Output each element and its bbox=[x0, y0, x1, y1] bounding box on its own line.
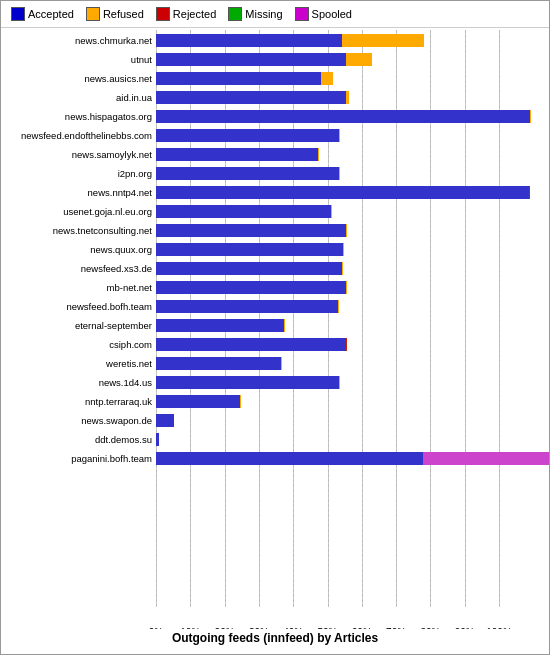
bar-track: 623 bbox=[156, 414, 549, 427]
row-label: usenet.goja.nl.eu.org bbox=[1, 206, 156, 217]
bar-refused bbox=[346, 53, 372, 66]
row-label: news.1d4.us bbox=[1, 377, 156, 388]
bar-accepted bbox=[156, 262, 342, 275]
bars-wrapper: 623 bbox=[156, 414, 549, 427]
legend-label: Missing bbox=[245, 8, 282, 20]
bar-track: 62824 bbox=[156, 376, 549, 389]
bars-wrapper: 557319 bbox=[156, 148, 549, 161]
bar-row: paganini.bofh.team91639163 bbox=[1, 450, 549, 467]
bar-accepted bbox=[156, 357, 281, 370]
row-label: weretis.net bbox=[1, 358, 156, 369]
legend-item-accepted: Accepted bbox=[11, 7, 74, 21]
bar-row: eternal-september43995 bbox=[1, 317, 549, 334]
bar-accepted bbox=[156, 186, 529, 199]
bars-wrapper: 128019 bbox=[156, 186, 549, 199]
x-label-50: 50% bbox=[317, 627, 337, 629]
bar-track: 557319 bbox=[156, 148, 549, 161]
x-label-0: 0% bbox=[149, 627, 163, 629]
row-label: utnut bbox=[1, 54, 156, 65]
bar-accepted bbox=[156, 433, 159, 446]
bar-row: mb-net.net65205 bbox=[1, 279, 549, 296]
bar-accepted bbox=[156, 395, 240, 408]
bar-row: newsfeed.endofthelinebbs.com629221 bbox=[1, 127, 549, 144]
bar-row: csiph.com65265 bbox=[1, 336, 549, 353]
bars-wrapper: 42925 bbox=[156, 357, 549, 370]
legend-color bbox=[228, 7, 242, 21]
legend-label: Spooled bbox=[312, 8, 352, 20]
bars-wrapper: 629012 bbox=[156, 167, 549, 180]
x-label-80: 80% bbox=[420, 627, 440, 629]
bar-row: news.swapon.de623 bbox=[1, 412, 549, 429]
bar-accepted bbox=[156, 129, 339, 142]
bar-track: 62445 bbox=[156, 300, 549, 313]
bar-refused bbox=[339, 129, 340, 142]
bar-row: aid.in.ua6531110 bbox=[1, 89, 549, 106]
bar-rejected bbox=[529, 186, 530, 199]
legend-item-spooled: Spooled bbox=[295, 7, 352, 21]
bar-refused bbox=[342, 34, 424, 47]
legend: AcceptedRefusedRejectedMissingSpooled bbox=[1, 1, 549, 28]
bar-accepted bbox=[156, 338, 346, 351]
bar-refused bbox=[346, 91, 349, 104]
bar-track: 128019 bbox=[156, 186, 549, 199]
bar-track: 1284552 bbox=[156, 110, 549, 123]
bars-wrapper: 60046 bbox=[156, 205, 549, 218]
bars-wrapper: 65275 bbox=[156, 224, 549, 237]
bar-track: 6531110 bbox=[156, 91, 549, 104]
bar-track: 629012 bbox=[156, 167, 549, 180]
bar-track: 5678402 bbox=[156, 72, 549, 85]
bars-wrapper: 43995 bbox=[156, 319, 549, 332]
bar-track: 63935 bbox=[156, 262, 549, 275]
legend-color bbox=[86, 7, 100, 21]
row-label: eternal-september bbox=[1, 320, 156, 331]
bar-accepted bbox=[156, 205, 331, 218]
row-label: paganini.bofh.team bbox=[1, 453, 156, 464]
bars-wrapper: 5678402 bbox=[156, 72, 549, 85]
bar-row: news.quux.org64155 bbox=[1, 241, 549, 258]
row-label: news.samoylyk.net bbox=[1, 149, 156, 160]
bar-row: news.ausics.net5678402 bbox=[1, 70, 549, 87]
bars-wrapper: 65205 bbox=[156, 281, 549, 294]
legend-color bbox=[295, 7, 309, 21]
bar-accepted bbox=[156, 452, 423, 465]
row-label: newsfeed.endofthelinebbs.com bbox=[1, 130, 156, 141]
x-label-10: 10% bbox=[180, 627, 200, 629]
x-label-20: 20% bbox=[215, 627, 235, 629]
row-label: news.chmurka.net bbox=[1, 35, 156, 46]
row-label: nntp.terraraq.uk bbox=[1, 396, 156, 407]
bar-accepted bbox=[156, 34, 342, 47]
legend-item-missing: Missing bbox=[228, 7, 282, 21]
legend-item-rejected: Rejected bbox=[156, 7, 216, 21]
bars-wrapper: 28793 bbox=[156, 395, 549, 408]
bar-accepted bbox=[156, 319, 284, 332]
bar-track: 65275 bbox=[156, 224, 549, 237]
bar-row: usenet.goja.nl.eu.org60046 bbox=[1, 203, 549, 220]
row-label: news.ausics.net bbox=[1, 73, 156, 84]
bars-wrapper: 63792823 bbox=[156, 34, 549, 47]
bars-wrapper: 63935 bbox=[156, 262, 549, 275]
bar-row: newsfeed.bofh.team62445 bbox=[1, 298, 549, 315]
bars-wrapper: 6531110 bbox=[156, 91, 549, 104]
chart-title: Outgoing feeds (innfeed) by Articles bbox=[1, 631, 549, 649]
row-label: news.hispagatos.org bbox=[1, 111, 156, 122]
bar-row: ddt.demos.su97 bbox=[1, 431, 549, 448]
bar-row: news.1d4.us62824 bbox=[1, 374, 549, 391]
bar-accepted bbox=[156, 376, 339, 389]
row-label: mb-net.net bbox=[1, 282, 156, 293]
row-label: csiph.com bbox=[1, 339, 156, 350]
bar-refused bbox=[530, 110, 532, 123]
legend-label: Rejected bbox=[173, 8, 216, 20]
x-label-90: 90% bbox=[455, 627, 475, 629]
bar-track: 63792823 bbox=[156, 34, 549, 47]
bar-accepted bbox=[156, 148, 318, 161]
bar-accepted bbox=[156, 53, 346, 66]
bar-row: news.tnetconsulting.net65275 bbox=[1, 222, 549, 239]
bars-wrapper: 62824 bbox=[156, 376, 549, 389]
bar-row: news.samoylyk.net557319 bbox=[1, 146, 549, 163]
bar-track: 91639163 bbox=[156, 452, 549, 465]
legend-color bbox=[156, 7, 170, 21]
bar-row: news.chmurka.net63792823 bbox=[1, 32, 549, 49]
row-label: news.swapon.de bbox=[1, 415, 156, 426]
bar-accepted bbox=[156, 91, 346, 104]
x-label-70: 70% bbox=[386, 627, 406, 629]
